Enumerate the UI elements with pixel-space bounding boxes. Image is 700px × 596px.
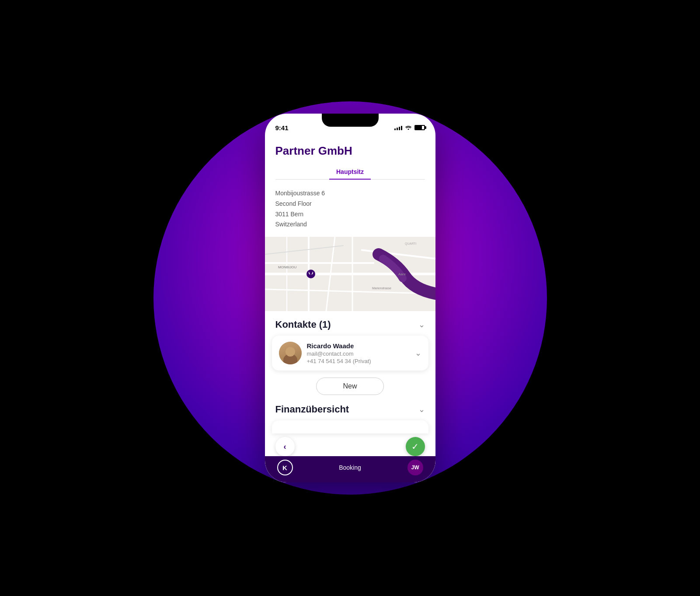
nav-center-label: Booking	[339, 464, 361, 471]
svg-text:MONBIJOU: MONBIJOU	[278, 265, 296, 269]
avatar	[279, 342, 302, 364]
wifi-icon	[405, 125, 412, 131]
phone-frame: 9:41	[265, 114, 435, 482]
phone-notch	[322, 114, 379, 127]
status-time: 9:41	[275, 124, 289, 132]
svg-text:QUARTI: QUARTI	[405, 242, 416, 246]
new-button-wrap: New	[265, 376, 435, 402]
contact-name: Ricardo Waade	[307, 342, 410, 350]
content-area[interactable]: Partner GmbH Hauptsitz Monbijoustrasse 6…	[265, 135, 435, 482]
address-line-2: Second Floor	[275, 199, 425, 209]
tab-bar: Hauptsitz	[275, 158, 425, 180]
map-container[interactable]: MONBIJOU Aare Marienstrasse QUARTI	[265, 237, 435, 311]
battery-icon	[414, 125, 425, 130]
tab-hauptsitz[interactable]: Hauptsitz	[329, 165, 371, 180]
contacts-section-header[interactable]: Kontakte (1) ⌄	[265, 311, 435, 336]
back-button[interactable]: ‹	[275, 437, 295, 456]
contacts-title: Kontakte (1)	[275, 319, 331, 330]
address-line-1: Monbijoustrasse 6	[275, 188, 425, 199]
map-svg: MONBIJOU Aare Marienstrasse QUARTI	[265, 237, 435, 311]
contact-card[interactable]: Ricardo Waade mail@contact.com +41 74 54…	[272, 336, 428, 371]
finanz-title: Finanzübersicht	[275, 404, 349, 415]
confirm-button[interactable]: ✓	[406, 437, 425, 456]
map-background: MONBIJOU Aare Marienstrasse QUARTI	[265, 237, 435, 311]
partial-card	[272, 420, 428, 433]
address-line-4: Switzerland	[275, 219, 425, 230]
new-contact-button[interactable]: New	[316, 378, 383, 395]
contact-email: mail@contact.com	[307, 350, 410, 357]
svg-text:Aare: Aare	[398, 272, 406, 276]
nav-bar: K Booking JW	[265, 456, 435, 482]
phone-wrapper: 9:41	[265, 114, 435, 482]
contact-phone: +41 74 541 54 34 (Privat)	[307, 358, 410, 364]
nav-icon-jw[interactable]: JW	[407, 460, 423, 475]
status-icons	[394, 125, 425, 131]
finanz-section-header[interactable]: Finanzübersicht ⌄	[265, 402, 435, 420]
contacts-chevron-icon[interactable]: ⌄	[418, 320, 425, 329]
finanz-chevron-icon[interactable]: ⌄	[418, 405, 425, 414]
signal-icon	[394, 125, 402, 130]
nav-icon-k[interactable]: K	[277, 460, 293, 475]
contact-info: Ricardo Waade mail@contact.com +41 74 54…	[307, 342, 410, 364]
address-block: Monbijoustrasse 6 Second Floor 3011 Bern…	[265, 180, 435, 230]
page-title: Partner GmbH	[265, 135, 435, 158]
address-line-3: 3011 Bern	[275, 209, 425, 220]
contact-expand-icon[interactable]: ⌄	[415, 348, 421, 358]
svg-text:Marienstrasse: Marienstrasse	[372, 287, 391, 290]
